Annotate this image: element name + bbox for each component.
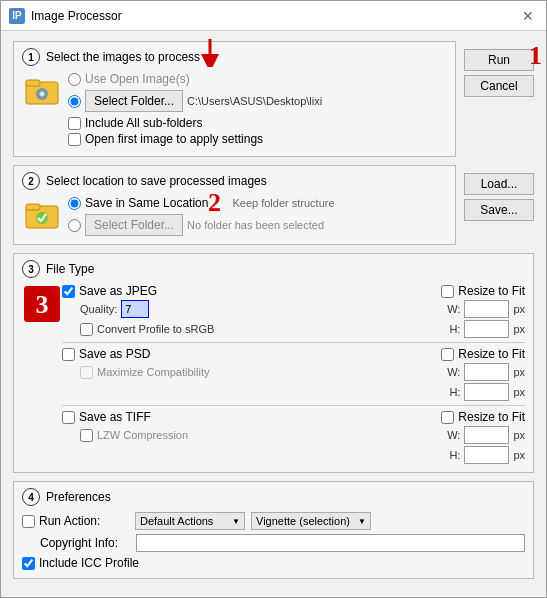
psd-row: Save as PSD Resize to Fit bbox=[62, 347, 525, 361]
copyright-input[interactable] bbox=[136, 534, 525, 552]
convert-field: Convert Profile to sRGB bbox=[80, 323, 214, 336]
action-dropdown-arrow: ▼ bbox=[232, 517, 240, 526]
save-settings-button[interactable]: Save... bbox=[464, 199, 534, 221]
tiff-row: Save as TIFF Resize to Fit bbox=[62, 410, 525, 424]
include-subfolders-row: Include All sub-folders bbox=[68, 116, 447, 130]
select-folder-dest-button[interactable]: Select Folder... bbox=[85, 214, 183, 236]
section4-number: 4 bbox=[22, 488, 40, 506]
maximize-field: Maximize Compatibility bbox=[80, 366, 209, 379]
tiff-right: Resize to Fit bbox=[441, 410, 525, 424]
keep-structure-label: Keep folder structure bbox=[232, 197, 334, 209]
section1-title: Select the images to process bbox=[46, 50, 200, 64]
icc-checkbox[interactable] bbox=[22, 557, 35, 570]
cancel-button[interactable]: Cancel bbox=[464, 75, 534, 97]
convert-h-row: Convert Profile to sRGB H: px bbox=[62, 320, 525, 338]
run-action-label: Run Action: bbox=[39, 514, 129, 528]
main-content: 1 Select the images to process bbox=[1, 31, 546, 597]
w-input3[interactable] bbox=[464, 426, 509, 444]
w-row3: W: px bbox=[447, 426, 525, 444]
psd-left: Save as PSD bbox=[62, 347, 150, 361]
svg-text:3: 3 bbox=[36, 290, 49, 319]
icc-row: Include ICC Profile bbox=[22, 556, 525, 570]
arrow-annotation bbox=[198, 37, 222, 67]
h-row1: H: px bbox=[449, 320, 525, 338]
px-label2: px bbox=[513, 366, 525, 378]
h-row2-wrapper: H: px bbox=[62, 383, 525, 401]
quality-field: Quality: bbox=[80, 300, 149, 318]
px-label3b: px bbox=[513, 449, 525, 461]
save-tiff-checkbox[interactable] bbox=[62, 411, 75, 424]
save-tiff-label: Save as TIFF bbox=[79, 410, 151, 424]
run-action-checkbox[interactable] bbox=[22, 515, 35, 528]
tiff-left: Save as TIFF bbox=[62, 410, 151, 424]
h-input2[interactable] bbox=[464, 383, 509, 401]
close-button[interactable]: ✕ bbox=[518, 6, 538, 26]
select-folder-option: Select Folder... C:\Users\ASUS\Desktop\l… bbox=[68, 90, 447, 112]
quality-input[interactable] bbox=[121, 300, 149, 318]
h-row3-wrapper: H: px bbox=[62, 446, 525, 464]
maximize-label: Maximize Compatibility bbox=[97, 366, 209, 378]
app-icon: IP bbox=[9, 8, 25, 24]
save-jpeg-label: Save as JPEG bbox=[79, 284, 157, 298]
icc-label: Include ICC Profile bbox=[39, 556, 139, 570]
h-input3[interactable] bbox=[464, 446, 509, 464]
vignette-dropdown[interactable]: Vignette (selection) ▼ bbox=[251, 512, 371, 530]
save-same-location-radio[interactable] bbox=[68, 197, 81, 210]
svg-rect-5 bbox=[26, 204, 40, 210]
h-label3: H: bbox=[449, 449, 460, 461]
copyright-label: Copyright Info: bbox=[40, 536, 130, 550]
section4: 4 Preferences Run Action: Default Action… bbox=[13, 481, 534, 579]
convert-profile-checkbox[interactable] bbox=[80, 323, 93, 336]
no-folder-label: No folder has been selected bbox=[187, 219, 447, 231]
save-same-location-option: Save in Same Location Keep folder struct… bbox=[68, 196, 447, 210]
jpeg-row: Save as JPEG Resize to Fit bbox=[62, 284, 525, 298]
lzw-checkbox[interactable] bbox=[80, 429, 93, 442]
lzw-w-row: LZW Compression W: px bbox=[62, 426, 525, 444]
px-label1: px bbox=[513, 303, 525, 315]
quality-label: Quality: bbox=[80, 303, 117, 315]
resize-fit3-label: Resize to Fit bbox=[458, 410, 525, 424]
section1-number: 1 bbox=[22, 48, 40, 66]
save-psd-checkbox[interactable] bbox=[62, 348, 75, 361]
include-subfolders-label: Include All sub-folders bbox=[85, 116, 202, 130]
h-label1: H: bbox=[449, 323, 460, 335]
resize-fit2-checkbox[interactable] bbox=[441, 348, 454, 361]
use-open-images-label: Use Open Image(s) bbox=[85, 72, 190, 86]
section1-header: 1 Select the images to process bbox=[22, 48, 447, 66]
section3-icon: 3 bbox=[22, 284, 62, 324]
load-save-area: Load... Save... bbox=[464, 165, 534, 253]
open-first-checkbox[interactable] bbox=[68, 133, 81, 146]
select-folder-radio[interactable] bbox=[68, 95, 81, 108]
section1-icon bbox=[22, 72, 62, 107]
selected-path-label: C:\Users\ASUS\Desktop\lixi bbox=[187, 95, 447, 107]
w-input1[interactable] bbox=[464, 300, 509, 318]
action-dropdown-value: Default Actions bbox=[140, 515, 213, 527]
select-folder-button[interactable]: Select Folder... bbox=[85, 90, 183, 112]
vignette-dropdown-arrow: ▼ bbox=[358, 517, 366, 526]
section2-icon bbox=[22, 196, 62, 231]
section2-number: 2 bbox=[22, 172, 40, 190]
action-dropdown[interactable]: Default Actions ▼ bbox=[135, 512, 245, 530]
run-button[interactable]: Run bbox=[464, 49, 534, 71]
annotation-1: 1 bbox=[529, 41, 542, 71]
use-open-images-radio[interactable] bbox=[68, 73, 81, 86]
save-psd-label: Save as PSD bbox=[79, 347, 150, 361]
section3-number: 3 bbox=[22, 260, 40, 278]
resize-fit2-label: Resize to Fit bbox=[458, 347, 525, 361]
resize-fit1-checkbox[interactable] bbox=[441, 285, 454, 298]
lzw-label: LZW Compression bbox=[97, 429, 188, 441]
select-folder-dest-radio[interactable] bbox=[68, 219, 81, 232]
w-input2[interactable] bbox=[464, 363, 509, 381]
copyright-row: Copyright Info: bbox=[22, 534, 525, 552]
save-jpeg-checkbox[interactable] bbox=[62, 285, 75, 298]
resize-fit3-checkbox[interactable] bbox=[441, 411, 454, 424]
maximize-checkbox[interactable] bbox=[80, 366, 93, 379]
w-row2: W: px bbox=[447, 363, 525, 381]
run-action-left: Run Action: bbox=[22, 514, 129, 528]
w-label1: W: bbox=[447, 303, 460, 315]
section2: 2 Select location to save processed imag… bbox=[13, 165, 456, 245]
include-subfolders-checkbox[interactable] bbox=[68, 117, 81, 130]
section3-title: File Type bbox=[46, 262, 94, 276]
load-button[interactable]: Load... bbox=[464, 173, 534, 195]
h-input1[interactable] bbox=[464, 320, 509, 338]
